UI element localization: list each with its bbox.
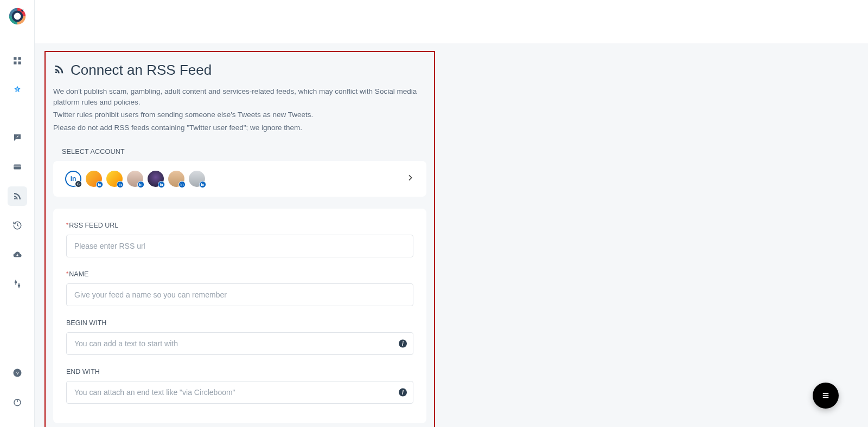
begin-with-label: BEGIN WITH <box>66 319 413 327</box>
account-count-badge: 6 <box>75 180 82 187</box>
rss-form-card: Connect an RSS Feed We don't publish sca… <box>44 51 435 427</box>
name-input[interactable] <box>66 283 413 306</box>
svg-text:?: ? <box>16 370 19 376</box>
info-icon[interactable]: i <box>399 389 407 397</box>
account-item[interactable]: in <box>106 171 123 187</box>
nav-compose[interactable] <box>8 128 27 147</box>
account-item[interactable]: in <box>148 171 164 187</box>
end-with-input[interactable] <box>66 381 413 404</box>
info-icon[interactable]: i <box>399 340 407 348</box>
svg-text:$: $ <box>16 88 18 92</box>
nav-logout[interactable] <box>8 392 27 412</box>
svg-rect-3 <box>14 62 16 64</box>
svg-rect-2 <box>18 57 21 60</box>
account-item[interactable]: in <box>127 171 143 187</box>
sidebar: $ ? <box>0 0 35 427</box>
end-with-label: END WITH <box>66 368 413 376</box>
app-logo <box>9 8 26 25</box>
nav-settings[interactable] <box>8 274 27 294</box>
svg-rect-7 <box>14 166 21 167</box>
rss-form-fields: RSS FEED URL NAME BEGIN WITH i <box>53 209 426 423</box>
page-desc-2: Twitter rules prohibit users from sendin… <box>46 107 434 120</box>
nav-dashboard[interactable] <box>8 51 27 70</box>
name-label: NAME <box>66 270 413 278</box>
svg-point-10 <box>17 284 20 287</box>
svg-point-0 <box>12 11 22 21</box>
rss-url-input[interactable] <box>66 235 413 257</box>
account-item[interactable]: in <box>189 171 205 187</box>
nav-help[interactable]: ? <box>8 363 27 383</box>
nav-download[interactable] <box>8 245 27 264</box>
nav-billing[interactable]: $ <box>8 80 27 100</box>
rss-url-label: RSS FEED URL <box>66 222 413 229</box>
account-item-all[interactable]: in 6 <box>65 171 81 187</box>
svg-point-9 <box>14 281 17 284</box>
account-item[interactable]: in <box>86 171 102 187</box>
svg-point-8 <box>14 198 16 199</box>
nav-queue[interactable] <box>8 157 27 177</box>
account-selector[interactable]: in 6 in in in in in in <box>53 161 426 197</box>
svg-point-15 <box>55 71 58 73</box>
account-item[interactable]: in <box>168 171 184 187</box>
svg-rect-4 <box>18 62 21 64</box>
main-content: Connect an RSS Feed We don't publish sca… <box>35 43 868 427</box>
nav-history[interactable] <box>8 216 27 235</box>
page-desc-1: We don't publish scam, gambling, adult c… <box>46 79 434 107</box>
floating-menu-button[interactable] <box>813 383 839 409</box>
page-title: Connect an RSS Feed <box>71 62 212 79</box>
chevron-right-icon[interactable] <box>406 173 414 184</box>
begin-with-input[interactable] <box>66 332 413 355</box>
page-desc-3: Please do not add RSS feeds containing "… <box>46 120 434 133</box>
rss-icon <box>53 63 65 77</box>
svg-rect-6 <box>14 165 21 170</box>
nav-rss[interactable] <box>8 186 27 206</box>
select-account-label: SELECT ACCOUNT <box>62 148 434 156</box>
svg-rect-1 <box>14 57 16 60</box>
